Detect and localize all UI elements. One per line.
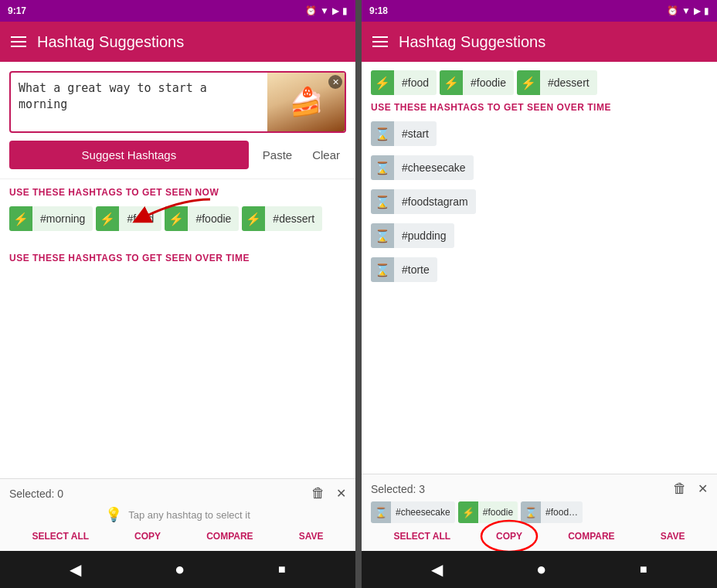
chip-foodie-right-label: #foodie — [463, 70, 514, 95]
chips-cheesecake-row: ⌛ #cheesecake — [371, 153, 708, 182]
chip-torte-label: #torte — [394, 257, 437, 282]
chip-food-right-icon: ⚡ — [371, 70, 394, 95]
status-bar-right: 9:18 ⏰ ▼ ▶ ▮ — [362, 0, 717, 22]
selected-chip-cheesecake-label: #cheesecake — [391, 501, 455, 523]
nav-bar-right: ◀ ● ■ — [362, 551, 717, 588]
chips-pudding-row: ⌛ #pudding — [371, 221, 708, 250]
save-btn-left[interactable]: SAVE — [293, 528, 330, 545]
time-right: 9:18 — [369, 5, 388, 16]
chip-foodstagram-label: #foodstagram — [394, 189, 476, 214]
selected-count-right: Selected: 3 — [371, 483, 425, 495]
home-btn-left[interactable]: ● — [175, 559, 185, 580]
selected-chip-foodie[interactable]: ⚡ #foodie — [458, 501, 518, 523]
section-title-now-left: USE THESE HASHTAGS TO GET SEEN NOW — [9, 187, 346, 198]
chip-morning-icon: ⚡ — [9, 206, 32, 231]
recents-btn-left[interactable]: ■ — [278, 563, 286, 576]
delete-icon-right[interactable]: 🗑 — [673, 481, 687, 497]
bottom-actions-right: SELECT ALL COPY COMPARE SAVE — [371, 528, 708, 548]
left-phone-panel: 9:17 ⏰ ▼ ▶ ▮ Hashtag Suggestions What a … — [0, 0, 355, 588]
copy-btn-left[interactable]: COPY — [128, 528, 167, 545]
app-bar-right: Hashtag Suggestions — [362, 22, 717, 62]
section-title-overtime-left: USE THESE HASHTAGS TO GET SEEN OVER TIME — [9, 253, 346, 263]
hamburger-menu-right[interactable] — [372, 36, 388, 47]
chip-foodie-right[interactable]: ⚡ #foodie — [440, 70, 514, 95]
chip-food-right[interactable]: ⚡ #food — [371, 70, 437, 95]
bottom-bar-icons-left: 🗑 ✕ — [311, 485, 346, 501]
chip-torte[interactable]: ⌛ #torte — [371, 257, 437, 282]
chip-dessert-label: #dessert — [265, 206, 322, 231]
compare-btn-left[interactable]: COMPARE — [200, 528, 259, 545]
selected-count-left: Selected: 0 — [9, 488, 63, 500]
results-section-left: USE THESE HASHTAGS TO GET SEEN NOW ⚡ #mo… — [0, 179, 355, 478]
app-bar-left: Hashtag Suggestions — [0, 22, 355, 62]
content-left: What a great way to start a morning ✕ Su… — [0, 62, 355, 551]
image-close-btn[interactable]: ✕ — [328, 75, 342, 89]
chip-start-icon: ⌛ — [371, 121, 394, 146]
chip-food[interactable]: ⚡ #food — [96, 206, 161, 231]
nav-bar-left: ◀ ● ■ — [0, 551, 355, 588]
battery-icon: ▮ — [342, 5, 348, 16]
suggest-hashtags-btn[interactable]: Suggest Hashtags — [9, 141, 249, 169]
chip-cheesecake[interactable]: ⌛ #cheesecake — [371, 155, 474, 180]
chip-foodie[interactable]: ⚡ #foodie — [165, 206, 239, 231]
selected-chip-food-icon: ⌛ — [521, 501, 541, 523]
delete-icon-left[interactable]: 🗑 — [311, 485, 325, 501]
compare-btn-right[interactable]: COMPARE — [562, 528, 620, 545]
chip-dessert-icon: ⚡ — [242, 206, 265, 231]
copy-btn-right[interactable]: COPY — [490, 528, 528, 545]
back-btn-right[interactable]: ◀ — [431, 560, 443, 579]
close-icon-left[interactable]: ✕ — [336, 486, 346, 501]
chip-pudding-icon: ⌛ — [371, 223, 394, 248]
chips-torte-row: ⌛ #torte — [371, 255, 708, 284]
text-input[interactable]: What a great way to start a morning — [11, 73, 267, 131]
chip-foodstagram[interactable]: ⌛ #foodstagram — [371, 189, 476, 214]
chip-morning[interactable]: ⚡ #morning — [9, 206, 93, 231]
chip-morning-label: #morning — [32, 206, 93, 231]
time-left: 9:17 — [8, 5, 26, 16]
section-overtime-placeholder-left: USE THESE HASHTAGS TO GET SEEN OVER TIME — [9, 253, 346, 263]
chip-start[interactable]: ⌛ #start — [371, 121, 437, 146]
input-section: What a great way to start a morning ✕ Su… — [0, 62, 355, 179]
hint-text-left: Tap any hashtag to select it — [128, 509, 250, 521]
chip-foodstagram-icon: ⌛ — [371, 189, 394, 214]
action-row: Suggest Hashtags Paste Clear — [9, 141, 346, 169]
app-title-right: Hashtag Suggestions — [399, 33, 545, 51]
recents-btn-right[interactable]: ■ — [640, 563, 647, 576]
hint-row-left: 💡 Tap any hashtag to select it — [9, 506, 346, 523]
clear-btn[interactable]: Clear — [306, 141, 346, 169]
back-btn-left[interactable]: ◀ — [70, 560, 81, 579]
bottom-bar-top-right: Selected: 3 🗑 ✕ — [371, 481, 708, 497]
select-all-btn-left[interactable]: SELECT ALL — [26, 528, 96, 545]
chip-cheesecake-icon: ⌛ — [371, 155, 394, 180]
signal-icon-right: ▶ — [694, 5, 701, 16]
signal-icon: ▶ — [332, 5, 339, 16]
bottom-bar-left: Selected: 0 🗑 ✕ 💡 Tap any hashtag to sel… — [0, 478, 355, 551]
chip-torte-icon: ⌛ — [371, 257, 394, 282]
paste-btn[interactable]: Paste — [257, 141, 298, 169]
svg-point-1 — [481, 521, 537, 551]
chips-foodstagram-row: ⌛ #foodstagram — [371, 187, 708, 216]
chip-foodie-right-icon: ⚡ — [440, 70, 463, 95]
home-btn-right[interactable]: ● — [536, 559, 546, 580]
selected-chip-cheesecake-icon: ⌛ — [371, 501, 391, 523]
select-all-btn-right[interactable]: SELECT ALL — [388, 528, 457, 545]
chip-food-icon: ⚡ — [96, 206, 119, 231]
right-content: ⚡ #food ⚡ #foodie ⚡ #dessert USE THESE H… — [362, 62, 717, 474]
selected-chips-strip: ⌛ #cheesecake ⚡ #foodie ⌛ #food… — [371, 501, 708, 523]
selected-chip-cheesecake[interactable]: ⌛ #cheesecake — [371, 501, 455, 523]
text-input-container: What a great way to start a morning ✕ — [9, 71, 346, 133]
app-title-left: Hashtag Suggestions — [37, 33, 184, 51]
panel-divider — [355, 0, 362, 588]
chip-dessert[interactable]: ⚡ #dessert — [242, 206, 322, 231]
bottom-bar-icons-right: 🗑 ✕ — [673, 481, 708, 497]
save-btn-right[interactable]: SAVE — [654, 528, 692, 545]
chip-dessert-right-label: #dessert — [540, 70, 597, 95]
hamburger-menu-left[interactable] — [11, 36, 26, 47]
chip-pudding[interactable]: ⌛ #pudding — [371, 223, 454, 248]
close-icon-right[interactable]: ✕ — [698, 481, 708, 496]
chips-now-left: ⚡ #morning ⚡ #food ⚡ #foodie ⚡ #dessert — [9, 204, 346, 233]
status-icons-left: ⏰ ▼ ▶ ▮ — [305, 5, 348, 16]
chip-dessert-right[interactable]: ⚡ #dessert — [517, 70, 597, 95]
chip-dessert-right-icon: ⚡ — [517, 70, 540, 95]
selected-chip-food[interactable]: ⌛ #food… — [521, 501, 583, 523]
